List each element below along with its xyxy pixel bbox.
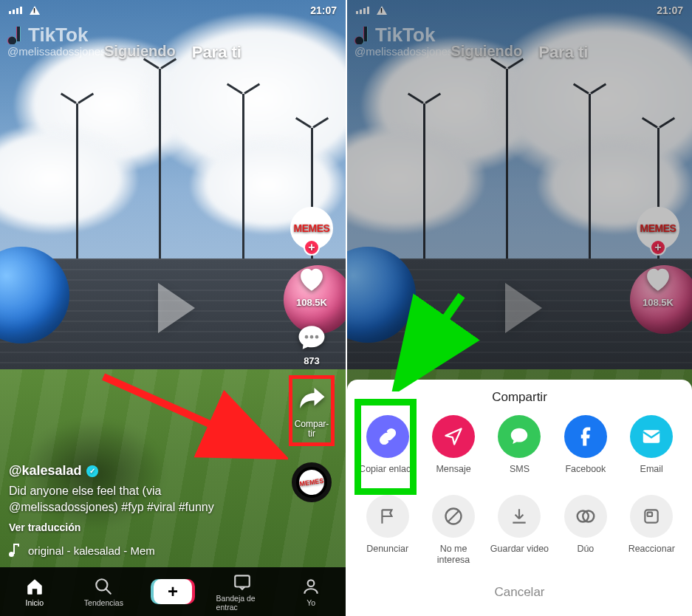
- like-button[interactable]: 108.5K: [295, 263, 328, 308]
- svg-rect-6: [235, 575, 250, 586]
- nav-create[interactable]: [147, 579, 199, 604]
- share-icon: [296, 383, 327, 417]
- svg-line-11: [448, 511, 459, 521]
- video-info: @kalesalad ✓ Did anyone else feel that (…: [9, 463, 272, 557]
- screenshot-left: 21:07 TikTok @melissadossjones Siguiendo…: [0, 0, 346, 616]
- share-email[interactable]: Email: [621, 415, 682, 486]
- clock-time: 21:07: [310, 4, 337, 16]
- svg-point-1: [310, 335, 314, 339]
- feed-tabs: Siguiendo Para ti: [0, 43, 346, 62]
- share-report[interactable]: Denunciar: [357, 495, 418, 566]
- share-sheet: Compartir Copiar enlace Mensaje: [347, 380, 692, 616]
- svg-point-2: [315, 335, 319, 339]
- music-note-icon: [9, 544, 21, 557]
- share-sms[interactable]: SMS: [489, 415, 549, 486]
- share-copy-link[interactable]: Copiar enlace: [357, 415, 418, 486]
- share-facebook[interactable]: Facebook: [555, 415, 616, 486]
- mail-icon: [630, 415, 673, 458]
- screenshot-right: 21:07 TikTok @melissadossjones Siguiendo…: [346, 0, 692, 616]
- share-sheet-title: Compartir: [354, 390, 685, 405]
- share-message[interactable]: Mensaje: [423, 415, 484, 486]
- download-icon: [498, 495, 541, 538]
- ban-icon: [432, 495, 475, 538]
- play-icon[interactable]: [158, 283, 195, 333]
- svg-line-5: [106, 589, 112, 594]
- send-icon: [432, 415, 475, 458]
- flag-icon: [366, 495, 409, 538]
- search-icon: [94, 577, 113, 596]
- inbox-icon: [233, 572, 252, 592]
- follow-plus-icon[interactable]: +: [304, 239, 320, 256]
- warning-icon: [30, 6, 40, 15]
- verified-badge-icon: ✓: [86, 465, 98, 477]
- svg-rect-15: [648, 513, 653, 516]
- see-translation[interactable]: Ver traducción: [9, 521, 272, 533]
- video-caption: Did anyone else feel that (via @melissad…: [9, 483, 272, 516]
- svg-point-0: [305, 335, 309, 339]
- nav-me[interactable]: Yo: [285, 577, 337, 607]
- share-save-video[interactable]: Guardar video: [489, 495, 549, 566]
- person-icon: [301, 577, 321, 596]
- duet-icon: [564, 495, 607, 538]
- home-icon: [25, 577, 44, 596]
- comment-count: 873: [304, 355, 320, 366]
- sms-icon: [498, 415, 541, 458]
- nav-discover[interactable]: Tendencias: [78, 577, 129, 607]
- author-handle[interactable]: @kalesalad ✓: [9, 463, 272, 479]
- tab-for-you[interactable]: Para ti: [192, 43, 241, 62]
- plus-icon: [154, 579, 192, 604]
- comment-button[interactable]: 873: [295, 321, 328, 366]
- sound-disc[interactable]: MEMES: [292, 462, 332, 502]
- share-react[interactable]: Reaccionar: [621, 495, 682, 566]
- react-icon: [630, 495, 673, 538]
- like-count: 108.5K: [296, 297, 327, 308]
- link-icon: [366, 415, 409, 458]
- svg-point-7: [308, 580, 315, 586]
- share-not-interested[interactable]: No me interesa: [423, 495, 484, 566]
- facebook-icon: [564, 415, 607, 458]
- action-rail: MEMES + 108.5K 873 Compar- tir: [285, 207, 338, 502]
- tiktok-logo-icon: [7, 27, 24, 44]
- author-avatar[interactable]: MEMES +: [290, 207, 333, 250]
- share-row-actions: Denunciar No me interesa Guardar video: [354, 495, 685, 566]
- share-row-apps: Copiar enlace Mensaje SMS: [354, 415, 685, 486]
- status-bar: 21:07: [0, 0, 346, 21]
- share-cancel-button[interactable]: Cancelar: [354, 572, 685, 609]
- comment-icon: [295, 321, 328, 354]
- heart-icon: [295, 263, 328, 295]
- bottom-nav: Inicio Tendencias Bandeja de entrac Yo: [0, 567, 346, 616]
- sound-marquee[interactable]: original - kalesalad - Mem: [9, 544, 272, 557]
- tab-following[interactable]: Siguiendo: [104, 43, 176, 62]
- nav-home[interactable]: Inicio: [9, 577, 61, 607]
- share-duet[interactable]: Dúo: [555, 495, 616, 566]
- share-button[interactable]: Compar- tir: [293, 380, 331, 442]
- share-label: Compar- tir: [295, 420, 329, 439]
- nav-inbox[interactable]: Bandeja de entrac: [216, 572, 268, 612]
